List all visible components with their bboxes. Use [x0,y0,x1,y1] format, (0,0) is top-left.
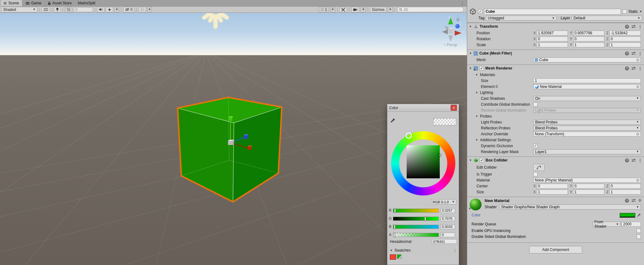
mesh-filter-header[interactable]: ▼ Cube (Mesh Filter) ? ⋮ [467,50,644,57]
scene-search-input[interactable]: All [397,7,464,12]
double-sided-gi-checkbox[interactable] [637,234,641,239]
a-slider-handle[interactable] [394,233,395,237]
add-component-button[interactable]: Add Component [529,246,582,253]
r-value-field[interactable]: 0.0257 [441,208,455,213]
scale-y-field[interactable]: 1 [573,42,604,47]
layer-dropdown[interactable]: Default ▼ [572,16,642,21]
lock-icon[interactable] [456,17,460,21]
r-slider[interactable] [393,209,439,213]
foldout-icon[interactable]: ▼ [469,67,472,70]
swatches-more-icon[interactable]: ⋮ [453,248,457,253]
gpu-instancing-checkbox[interactable] [637,229,641,233]
more-icon[interactable]: ⋮ [638,158,642,162]
presets-icon[interactable] [632,51,636,55]
object-picker-icon[interactable]: ⊙ [636,58,639,62]
hue-selector[interactable] [405,132,412,139]
mesh-object-field[interactable]: Cube ⊙ [533,57,641,62]
transform-header[interactable]: ▼ Transform ? ⋮ [467,23,644,30]
gizmo-z-label[interactable]: z [459,22,461,26]
tab-scene[interactable]: Scene [0,0,22,6]
camera-button[interactable] [351,7,359,12]
grid-snap-button[interactable] [138,7,146,12]
grid-dropdown[interactable]: ▼ [330,7,336,12]
dynamic-occlusion-checkbox[interactable]: ✓ [533,144,538,148]
render-queue-mode-dropdown[interactable]: From Shader ▼ [593,222,620,227]
b-slider-handle[interactable] [394,224,395,229]
material-preview-sphere[interactable] [470,199,482,210]
static-checkbox[interactable] [622,9,627,14]
scale-x-field[interactable]: 1 [537,42,568,47]
additional-settings-foldout[interactable]: ▼ Additional Settings [467,137,644,143]
rotation-z-field[interactable]: 0 [609,36,641,41]
help-icon[interactable]: ? [625,199,629,203]
active-checkbox[interactable]: ✓ [478,9,482,14]
eyedropper-icon[interactable] [637,213,641,217]
object-picker-icon[interactable]: ⊙ [636,85,639,89]
saturation-value-selector[interactable] [438,153,441,157]
scene-tab-more-icon[interactable]: ⋮ [460,1,464,5]
tab-asset-store[interactable]: Asset Store [45,0,75,6]
gizmos-caret[interactable]: ▼ [388,7,393,12]
material-color-swatch[interactable] [620,213,635,218]
effects-toggle-button[interactable] [106,7,113,12]
perspective-toggle[interactable]: ‹ Persp [439,42,462,47]
grid-snap-dropdown[interactable]: ▼ [147,7,152,12]
contribute-gi-checkbox[interactable] [533,102,538,107]
cast-shadows-dropdown[interactable]: On ▼ [533,96,641,101]
help-icon[interactable]: ? [625,25,629,29]
gizmo-y-label[interactable]: y [448,16,450,19]
physic-material-field[interactable]: None (Physic Material) ⊙ [533,178,641,183]
tools-button[interactable] [339,7,347,12]
presets-icon[interactable] [632,66,636,70]
more-icon[interactable]: ⋮ [638,66,642,70]
foldout-icon[interactable]: ▼ [390,249,393,252]
foldout-icon[interactable]: ▼ [468,207,471,210]
foldout-icon[interactable]: ▼ [469,159,472,162]
gizmo-x-label[interactable]: x [463,30,465,34]
gear-icon[interactable]: ⚙ [638,198,642,203]
reflection-probes-dropdown[interactable]: Blend Probes ▼ [533,126,641,131]
position-y-field[interactable]: 0.9057798 [573,31,604,36]
grid-visibility-button[interactable]: 1 [319,7,329,12]
eyedropper-button[interactable] [390,118,395,123]
static-dropdown-icon[interactable]: ▼ [639,10,642,13]
shader-dropdown[interactable]: Shader Graphs/New Shader Graph ▼ [499,205,641,210]
collider-size-x-field[interactable]: 1 [537,190,568,195]
exposure-value-field[interactable]: 0 [74,7,93,12]
element0-object-field[interactable]: New Material ⊙ [533,84,641,89]
presets-icon[interactable] [632,199,636,202]
camera-dropdown[interactable]: ▼ [361,7,366,12]
lighting-toggle-button[interactable] [54,7,61,12]
rendering-layer-mask-dropdown[interactable]: Layer1 ▼ [533,149,641,154]
foldout-icon[interactable]: ▼ [469,52,472,55]
hex-field[interactable]: 07B401 [432,239,457,244]
hidden-objects-button[interactable]: 0 [123,7,134,12]
presets-icon[interactable] [632,158,636,162]
collider-size-z-field[interactable]: 1 [609,190,641,195]
render-queue-value-field[interactable]: 2000 [622,222,641,227]
color-mode-dropdown[interactable]: RGB 0-1.0 ▼ [431,199,456,205]
more-icon[interactable]: ⋮ [638,51,642,55]
audio-toggle-button[interactable] [97,7,104,12]
cube-icon[interactable] [469,8,477,15]
is-trigger-checkbox[interactable] [533,172,538,176]
center-x-field[interactable]: 0 [537,184,568,189]
tab-matrixsplit[interactable]: MatrixSplit [75,0,99,6]
light-probes-dropdown[interactable]: Blend Probes ▼ [533,120,641,125]
saturation-value-box[interactable] [407,145,440,178]
a-slider[interactable] [393,233,439,237]
swatch-green[interactable] [397,254,401,259]
position-z-field[interactable]: -1.533842 [609,31,641,36]
help-icon[interactable]: ? [625,51,629,55]
probes-foldout[interactable]: ▼ Probes [467,113,644,119]
b-slider[interactable] [393,225,439,229]
rotation-x-field[interactable]: 0 [537,36,568,41]
materials-foldout[interactable]: ▼ Materials [467,72,644,78]
foldout-icon[interactable]: ▼ [469,25,472,28]
more-icon[interactable]: ⋮ [638,25,642,29]
presets-icon[interactable] [632,25,636,28]
exposure-button[interactable] [65,7,72,12]
materials-size-field[interactable]: 1 [533,78,641,83]
b-value-field[interactable]: 0.0033 [441,224,455,229]
effects-dropdown[interactable]: ▼ [114,7,119,12]
